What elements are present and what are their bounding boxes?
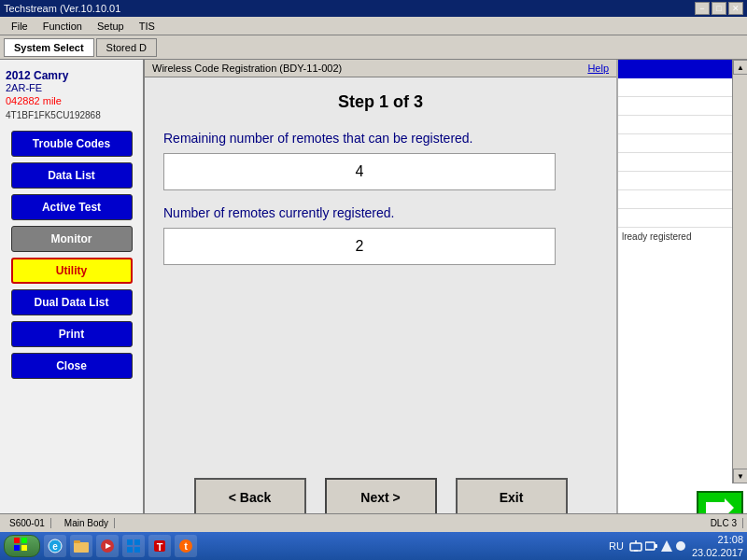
dialog-title-bar: Wireless Code Registration (BDY-11-002) … [145, 60, 616, 77]
scrollbar: ▲ ▼ [732, 60, 747, 483]
svg-rect-22 [645, 542, 655, 550]
side-list-wrapper: lready registered ▲ ▼ [618, 60, 747, 483]
svg-marker-24 [661, 540, 672, 552]
taskbar-ie-icon[interactable]: e [44, 535, 66, 557]
svg-rect-13 [127, 547, 133, 553]
status-item-1: S600-01 [4, 518, 51, 528]
list-item-8[interactable] [618, 209, 732, 228]
list-item-7[interactable] [618, 190, 732, 209]
taskbar-windows-icon[interactable] [122, 535, 145, 557]
menu-tis[interactable]: TIS [132, 20, 162, 33]
menu-file[interactable]: File [4, 20, 35, 33]
toolbar: System Select Stored D [0, 35, 747, 60]
current-value: 2 [163, 228, 556, 265]
svg-text:T: T [157, 541, 163, 553]
car-vin: 4T1BF1FK5CU192868 [6, 110, 137, 120]
menu-setup[interactable]: Setup [90, 20, 132, 33]
print-button[interactable]: Print [11, 321, 133, 347]
exit-button[interactable]: Exit [456, 478, 568, 517]
svg-rect-14 [134, 547, 140, 553]
back-button[interactable]: < Back [194, 478, 306, 517]
current-label: Number of remotes currently registered. [163, 205, 598, 220]
car-info: 2012 Camry 2AR-FE 042882 mile 4T1BF1FK5C… [4, 65, 139, 124]
dual-data-list-button[interactable]: Dual Data List [11, 289, 133, 315]
svg-text:e: e [52, 541, 58, 552]
taskbar-badge-icon[interactable]: T [148, 535, 171, 557]
svg-rect-1 [14, 538, 20, 543]
car-model: 2012 Camry [6, 69, 137, 82]
svg-text:t: t [184, 540, 188, 552]
tab-stored-d[interactable]: Stored D [96, 38, 157, 57]
scroll-thumb [733, 75, 747, 469]
start-button[interactable] [4, 535, 40, 557]
taskbar-icons [629, 540, 686, 552]
list-item-4[interactable] [618, 134, 732, 153]
taskbar-lang: RU [609, 540, 624, 552]
svg-rect-4 [21, 545, 27, 551]
dialog-content: Step 1 of 3 Remaining number of remotes … [145, 77, 616, 469]
data-list-button[interactable]: Data List [11, 162, 133, 189]
utility-button[interactable]: Utility [11, 258, 133, 284]
status-item-3: DLC 3 [705, 518, 743, 528]
minimize-button[interactable]: − [695, 2, 710, 15]
scroll-up-button[interactable]: ▲ [733, 60, 747, 75]
list-item-1[interactable] [618, 78, 732, 97]
right-area: Wireless Code Registration (BDY-11-002) … [145, 60, 747, 532]
svg-rect-23 [655, 544, 657, 548]
clock-time: 21:08 [692, 533, 743, 546]
list-item-5[interactable] [618, 153, 732, 172]
title-text: Techstream (Ver.10.10.01 [4, 3, 120, 14]
active-test-button[interactable]: Active Test [11, 194, 133, 220]
taskbar-media-icon[interactable] [96, 535, 119, 557]
list-item-active[interactable] [618, 60, 732, 78]
menu-bar: File Function Setup TIS [0, 17, 747, 35]
title-bar-buttons: − □ ✕ [695, 2, 743, 15]
maximize-button[interactable]: □ [712, 2, 726, 15]
list-item-2[interactable] [618, 97, 732, 116]
monitor-button[interactable]: Monitor [11, 226, 133, 252]
svg-rect-19 [630, 543, 641, 551]
already-registered-text: lready registered [618, 228, 732, 245]
remaining-label: Remaining number of remotes that can be … [163, 131, 598, 146]
svg-rect-8 [74, 540, 80, 543]
svg-point-25 [676, 541, 685, 551]
close-button[interactable]: ✕ [728, 2, 743, 15]
svg-rect-11 [127, 539, 133, 545]
clock: 21:08 23.02.2017 [692, 533, 743, 560]
svg-rect-2 [21, 538, 27, 543]
dialog-title: Wireless Code Registration (BDY-11-002) [152, 63, 342, 74]
car-mileage: 042882 mile [6, 95, 137, 106]
scroll-down-button[interactable]: ▼ [733, 469, 747, 483]
next-button[interactable]: Next > [325, 478, 437, 517]
tab-system-select[interactable]: System Select [4, 38, 94, 57]
taskbar-left: e T t [4, 535, 197, 557]
dialog-panel: Wireless Code Registration (BDY-11-002) … [145, 60, 616, 532]
svg-rect-7 [74, 542, 89, 553]
taskbar-folder-icon[interactable] [70, 535, 92, 557]
status-bar: S600-01 Main Body DLC 3 [0, 513, 747, 532]
taskbar-right: RU 21:08 23.02.2017 [609, 533, 743, 560]
svg-rect-3 [14, 545, 20, 551]
remaining-value: 4 [163, 153, 556, 190]
taskbar-techstream-icon[interactable]: t [175, 535, 197, 557]
side-panel: lready registered ▲ ▼ [616, 60, 747, 532]
list-item-3[interactable] [618, 116, 732, 134]
list-item-6[interactable] [618, 172, 732, 190]
status-item-2: Main Body [59, 518, 115, 528]
car-engine: 2AR-FE [6, 82, 137, 93]
taskbar: e T t RU 21:08 23.02.2017 [0, 532, 747, 560]
title-bar: Techstream (Ver.10.10.01 − □ ✕ [0, 0, 747, 17]
help-link[interactable]: Help [587, 63, 609, 74]
sidebar: 2012 Camry 2AR-FE 042882 mile 4T1BF1FK5C… [0, 60, 145, 532]
svg-rect-12 [134, 539, 140, 545]
list-content: lready registered [618, 60, 732, 483]
step-title: Step 1 of 3 [163, 92, 598, 112]
close-sidebar-button[interactable]: Close [11, 353, 133, 379]
clock-date: 23.02.2017 [692, 546, 743, 559]
trouble-codes-button[interactable]: Trouble Codes [11, 131, 133, 157]
menu-function[interactable]: Function [35, 20, 90, 33]
main-layout: 2012 Camry 2AR-FE 042882 mile 4T1BF1FK5C… [0, 60, 747, 532]
